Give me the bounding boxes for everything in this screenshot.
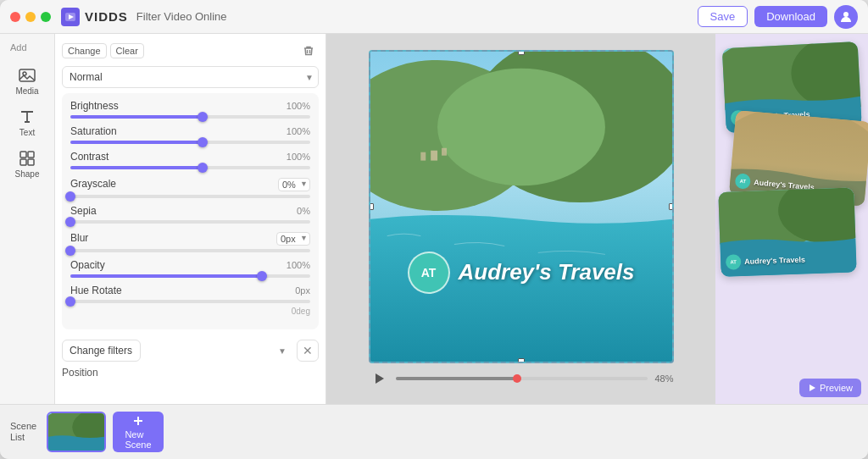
svg-point-2 xyxy=(843,12,849,17)
maximize-traffic-light[interactable] xyxy=(41,12,51,22)
delete-filter-button[interactable] xyxy=(298,41,319,61)
contrast-label: Contrast xyxy=(70,151,108,163)
grayscale-dropdown[interactable]: 0% xyxy=(278,178,310,191)
saturation-filter: Saturation 100% xyxy=(70,125,310,144)
app-logo-icon xyxy=(61,8,80,26)
filter-panel: Change Clear NormalVividMuted ▼ xyxy=(55,34,326,404)
close-filter-button[interactable]: ✕ xyxy=(297,340,319,362)
svg-rect-6 xyxy=(28,152,34,158)
app-logo-text: VIDDS xyxy=(85,9,128,24)
preview-card-3[interactable]: AT Audrey's Travels xyxy=(718,187,856,277)
play-button[interactable] xyxy=(369,368,389,389)
progress-indicator xyxy=(513,374,521,383)
save-button[interactable]: Save xyxy=(698,6,748,27)
panel-btn-row: Change Clear xyxy=(62,43,144,58)
sidebar-item-shape[interactable]: Shape xyxy=(4,144,50,184)
shape-icon xyxy=(18,149,36,168)
video-controls: 48% xyxy=(369,368,674,389)
user-avatar[interactable] xyxy=(834,5,858,29)
scene-list-label: SceneList xyxy=(10,421,40,443)
handle-left[interactable] xyxy=(369,203,374,210)
svg-rect-7 xyxy=(20,159,26,165)
sepia-slider[interactable] xyxy=(70,220,310,224)
hue-rotate-filter: Hue Rotate 0px 0deg xyxy=(70,285,310,316)
left-sidebar: Add Media Text xyxy=(0,34,55,404)
clear-button[interactable]: Clear xyxy=(110,43,144,58)
main-area: Add Media Text xyxy=(0,34,868,404)
blur-label: Blur xyxy=(70,232,88,244)
close-traffic-light[interactable] xyxy=(10,12,20,22)
progress-fill xyxy=(396,377,517,380)
text-icon xyxy=(18,108,36,126)
filter-section: Brightness 100% Saturation 100% xyxy=(62,93,319,329)
brightness-value: 100% xyxy=(287,101,310,111)
sidebar-item-text-label: Text xyxy=(19,128,35,137)
filter-style-dropdown[interactable]: NormalVividMuted xyxy=(62,66,319,88)
sidebar-item-shape-label: Shape xyxy=(15,169,40,179)
svg-marker-16 xyxy=(376,373,384,384)
title-bar: VIDDS Filter Video Online Save Download xyxy=(0,0,868,34)
saturation-value: 100% xyxy=(287,126,310,136)
change-button[interactable]: Change xyxy=(62,43,107,58)
progress-percentage: 48% xyxy=(654,373,673,384)
contrast-value: 100% xyxy=(287,152,310,162)
contrast-filter: Contrast 100% xyxy=(70,151,310,169)
panel-header: Change Clear xyxy=(62,41,319,61)
opacity-label: Opacity xyxy=(70,259,105,271)
svg-point-12 xyxy=(437,68,605,185)
landscape-svg xyxy=(370,52,672,362)
brand-overlay: AT Audrey's Travels xyxy=(407,252,634,294)
opacity-filter: Opacity 100% xyxy=(70,259,310,278)
contrast-slider[interactable] xyxy=(70,166,310,169)
minimize-traffic-light[interactable] xyxy=(25,12,36,22)
svg-rect-15 xyxy=(442,147,447,155)
brightness-label: Brightness xyxy=(70,100,119,112)
sidebar-item-media-label: Media xyxy=(15,86,38,96)
preview-text-3: Audrey's Travels xyxy=(744,255,805,265)
blur-slider[interactable] xyxy=(70,249,310,252)
grayscale-slider[interactable] xyxy=(70,195,310,198)
sepia-value: 0% xyxy=(297,206,310,216)
handle-top[interactable] xyxy=(518,50,525,55)
hue-rotate-extra: 0px xyxy=(295,285,310,296)
sidebar-item-media[interactable]: Media xyxy=(4,61,50,101)
progress-track[interactable] xyxy=(396,377,648,380)
svg-rect-30 xyxy=(134,420,142,422)
handle-right[interactable] xyxy=(669,203,674,210)
preview-brand-3: AT Audrey's Travels xyxy=(726,252,805,269)
video-canvas[interactable]: AT Audrey's Travels xyxy=(369,50,674,363)
brightness-slider[interactable] xyxy=(70,115,310,119)
blur-dropdown[interactable]: 0px xyxy=(276,232,310,246)
grayscale-label: Grayscale xyxy=(70,178,116,190)
saturation-slider[interactable] xyxy=(70,141,310,144)
new-scene-label: NewScene xyxy=(125,429,151,450)
svg-marker-25 xyxy=(810,384,815,391)
sidebar-add-label: Add xyxy=(0,42,54,53)
handle-bottom[interactable] xyxy=(518,358,525,363)
right-panel: AT Audrey's Travels xyxy=(715,34,868,404)
blur-filter: Blur 0px ▼ xyxy=(70,230,310,252)
sidebar-item-text[interactable]: Text xyxy=(4,102,50,142)
header-actions: Save Download xyxy=(698,5,858,29)
page-title: Filter Video Online xyxy=(136,10,227,23)
brand-name-text: Audrey's Travels xyxy=(458,259,634,285)
traffic-lights xyxy=(10,12,51,22)
opacity-slider[interactable] xyxy=(70,274,310,278)
change-filters-select[interactable]: Change filters xyxy=(62,340,141,362)
logo-area: VIDDS xyxy=(61,8,128,26)
position-section-label: Position xyxy=(62,367,319,379)
scene-list-bar: SceneList NewScene xyxy=(0,404,868,459)
hue-rotate-slider[interactable] xyxy=(70,300,310,303)
preview-button[interactable]: Preview xyxy=(799,379,861,397)
brand-logo: AT xyxy=(407,252,449,294)
download-button[interactable]: Download xyxy=(754,6,827,27)
opacity-value: 100% xyxy=(287,260,310,270)
media-icon xyxy=(18,66,36,85)
svg-rect-5 xyxy=(20,152,26,158)
svg-rect-8 xyxy=(28,159,34,165)
new-scene-button[interactable]: NewScene xyxy=(113,412,164,452)
preview-logo-2: AT xyxy=(735,173,752,190)
scene-thumbnail-1[interactable] xyxy=(47,412,106,452)
sepia-label: Sepia xyxy=(70,205,97,217)
grayscale-filter: Grayscale 0% ▼ xyxy=(70,176,310,198)
